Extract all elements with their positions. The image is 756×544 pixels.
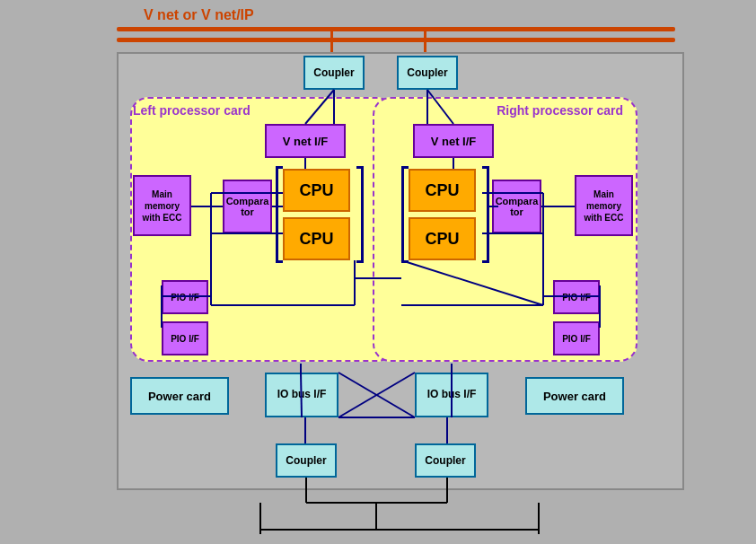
cpu-bracket-right-close <box>482 166 489 263</box>
comparator-right: Compara tor <box>492 180 541 233</box>
power-card-left: Power card <box>130 377 229 415</box>
pio-left-bottom: PIO I/F <box>162 321 208 355</box>
coupler-top-left: Coupler <box>303 56 365 90</box>
coupler-bottom-right: Coupler <box>415 443 476 478</box>
cpu-bracket-left-open <box>276 166 283 263</box>
cpu-left-bottom: CPU <box>283 217 350 260</box>
coupler-top-right: Coupler <box>397 56 458 90</box>
vnet-if-left: V net I/F <box>265 124 346 158</box>
pio-right-bottom: PIO I/F <box>553 321 600 355</box>
cpu-left-top: CPU <box>283 169 350 212</box>
power-card-right: Power card <box>525 377 624 415</box>
cpu-bracket-left-close <box>356 166 364 263</box>
vnet-bus-bottom <box>117 38 675 42</box>
vnet-title-label: V net or V net/IP <box>144 7 254 23</box>
right-proc-label: Right processor card <box>497 103 623 118</box>
pio-right-top: PIO I/F <box>553 280 600 314</box>
iobus-left: IO bus I/F <box>265 373 338 417</box>
cpu-bracket-right-open <box>401 166 409 263</box>
iobus-right: IO bus I/F <box>415 373 488 417</box>
canvas: V net or V net/IP Coupler Coupler Left p… <box>0 0 756 544</box>
vnet-if-right: V net I/F <box>413 124 494 158</box>
cpu-right-top: CPU <box>409 169 476 212</box>
cpu-right-bottom: CPU <box>409 217 476 260</box>
memory-left: Main memory with ECC <box>133 175 191 236</box>
left-proc-label: Left processor card <box>133 103 251 118</box>
vnet-bus-top <box>117 27 675 31</box>
memory-right: Main memory with ECC <box>575 175 633 236</box>
pio-left-top: PIO I/F <box>162 280 208 314</box>
coupler-bottom-left: Coupler <box>276 443 337 478</box>
comparator-left: Compara tor <box>223 180 272 233</box>
